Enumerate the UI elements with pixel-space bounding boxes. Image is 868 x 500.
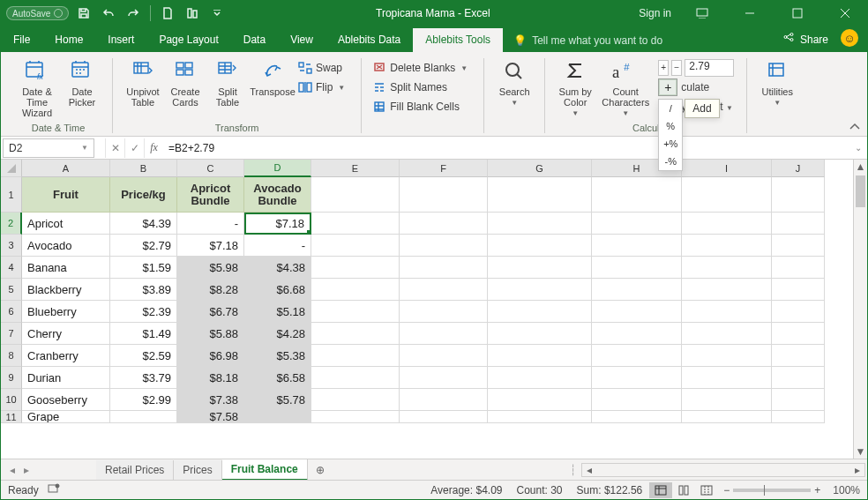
view-normal-icon[interactable] bbox=[649, 482, 672, 498]
hdr-apricot[interactable]: Apricot Bundle bbox=[177, 177, 244, 213]
cell[interactable] bbox=[592, 411, 682, 423]
cell[interactable]: $2.39 bbox=[110, 301, 177, 323]
cell[interactable]: Avocado bbox=[22, 235, 110, 257]
colhead-F[interactable]: F bbox=[400, 160, 488, 177]
op-percent[interactable]: % bbox=[659, 117, 682, 135]
scroll-left-icon[interactable]: ◂ bbox=[582, 464, 596, 476]
cell[interactable]: $7.18 bbox=[177, 235, 244, 257]
cell[interactable] bbox=[488, 257, 592, 279]
rownum-1[interactable]: 1 bbox=[1, 177, 22, 213]
cell[interactable]: $7.58 bbox=[177, 411, 244, 423]
cell[interactable] bbox=[682, 367, 772, 389]
cell[interactable]: $5.98 bbox=[177, 257, 244, 279]
op-divide[interactable]: / bbox=[659, 100, 682, 117]
colhead-I[interactable]: I bbox=[682, 160, 772, 177]
cell[interactable] bbox=[488, 213, 592, 235]
rownum-10[interactable]: 10 bbox=[1, 389, 22, 411]
select-all-corner[interactable] bbox=[1, 160, 22, 177]
cell[interactable]: Grape bbox=[22, 411, 110, 423]
rownum-4[interactable]: 4 bbox=[1, 257, 22, 279]
touch-mode-icon[interactable] bbox=[183, 3, 202, 24]
cell[interactable]: $5.18 bbox=[244, 301, 311, 323]
cell[interactable] bbox=[311, 235, 400, 257]
colhead-C[interactable]: C bbox=[177, 160, 244, 177]
hdr-avocado[interactable]: Avocado Bundle bbox=[244, 177, 311, 213]
cell[interactable]: $5.38 bbox=[244, 345, 311, 367]
view-page-layout-icon[interactable] bbox=[672, 482, 695, 498]
fill-blank-button[interactable]: Fill Blank Cells bbox=[370, 97, 469, 116]
swap-button[interactable]: Swap bbox=[296, 58, 347, 78]
save-icon[interactable] bbox=[74, 3, 94, 24]
cell[interactable]: - bbox=[177, 213, 244, 235]
cell[interactable] bbox=[311, 367, 400, 389]
cell[interactable]: Apricot bbox=[22, 213, 110, 235]
split-table-button[interactable]: Split Table bbox=[206, 56, 249, 108]
cell[interactable] bbox=[488, 367, 592, 389]
cell[interactable] bbox=[311, 301, 400, 323]
cell[interactable] bbox=[772, 301, 825, 323]
cell[interactable]: $2.79 bbox=[110, 235, 177, 257]
cell[interactable]: $8.28 bbox=[177, 279, 244, 301]
sheet-tab-0[interactable]: Retail Prices bbox=[96, 460, 174, 480]
cell[interactable] bbox=[772, 257, 825, 279]
cell[interactable]: $2.59 bbox=[110, 345, 177, 367]
cell[interactable] bbox=[400, 345, 488, 367]
add-button[interactable]: + bbox=[658, 78, 677, 96]
cell[interactable]: $5.88 bbox=[177, 323, 244, 345]
enter-formula-icon[interactable]: ✓ bbox=[124, 138, 144, 158]
op-plus-button[interactable]: + bbox=[658, 60, 669, 76]
collapse-ribbon-icon[interactable] bbox=[846, 120, 864, 134]
cell[interactable] bbox=[682, 235, 772, 257]
cell[interactable] bbox=[682, 323, 772, 345]
sheet-first-icon[interactable]: ◂ bbox=[6, 464, 19, 476]
redo-icon[interactable] bbox=[123, 3, 143, 24]
cell[interactable] bbox=[682, 257, 772, 279]
cell[interactable]: $1.59 bbox=[110, 257, 177, 279]
cell[interactable] bbox=[772, 213, 825, 235]
hdr-fruit[interactable]: Fruit bbox=[22, 177, 110, 213]
colhead-G[interactable]: G bbox=[488, 160, 592, 177]
cell[interactable] bbox=[400, 367, 488, 389]
cell[interactable] bbox=[772, 389, 825, 411]
utilities-button[interactable]: Utilities ▼ bbox=[756, 56, 798, 107]
tell-me[interactable]: 💡 Tell me what you want to do bbox=[503, 34, 673, 52]
cell[interactable] bbox=[682, 389, 772, 411]
signin-link[interactable]: Sign in bbox=[639, 7, 671, 19]
maximize-button[interactable] bbox=[781, 1, 814, 26]
cell[interactable] bbox=[592, 257, 682, 279]
colhead-B[interactable]: B bbox=[110, 160, 177, 177]
scroll-down-icon[interactable]: ▼ bbox=[854, 444, 867, 459]
cell[interactable] bbox=[488, 301, 592, 323]
cell[interactable]: $6.78 bbox=[177, 301, 244, 323]
share-button[interactable]: Share bbox=[774, 32, 837, 52]
zoom-control[interactable]: − + 100% bbox=[723, 484, 860, 496]
flip-button[interactable]: Flip▼ bbox=[296, 78, 347, 97]
tab-data[interactable]: Data bbox=[231, 28, 278, 52]
cell[interactable]: $6.58 bbox=[244, 367, 311, 389]
vertical-scrollbar[interactable]: ▲ ▼ bbox=[853, 160, 867, 459]
date-time-wizard-button[interactable]: fx Date & Time Wizard bbox=[13, 56, 61, 118]
rownum-2[interactable]: 2 bbox=[1, 213, 22, 235]
cell[interactable]: $7.38 bbox=[177, 389, 244, 411]
cell[interactable] bbox=[772, 279, 825, 301]
sheet-prev-icon[interactable]: ▸ bbox=[20, 464, 33, 476]
expand-formula-bar-icon[interactable]: ⌄ bbox=[849, 143, 867, 153]
cell[interactable] bbox=[400, 323, 488, 345]
cell[interactable]: $3.79 bbox=[110, 367, 177, 389]
hdr-price[interactable]: Price/kg bbox=[110, 177, 177, 213]
cell[interactable] bbox=[592, 279, 682, 301]
cell[interactable] bbox=[682, 411, 772, 423]
cell[interactable]: Blackberry bbox=[22, 279, 110, 301]
cell[interactable] bbox=[592, 389, 682, 411]
transpose-button[interactable]: Transpose bbox=[249, 56, 296, 97]
cell[interactable] bbox=[682, 345, 772, 367]
cell[interactable] bbox=[244, 411, 311, 423]
cell[interactable] bbox=[772, 235, 825, 257]
delete-blanks-button[interactable]: Delete Blanks▼ bbox=[370, 58, 469, 78]
tab-ablebits-data[interactable]: Ablebits Data bbox=[326, 28, 413, 52]
scroll-right-icon[interactable]: ▸ bbox=[850, 464, 864, 476]
cell[interactable] bbox=[592, 213, 682, 235]
horizontal-scrollbar[interactable]: ◂ ▸ bbox=[581, 463, 865, 477]
cell[interactable]: $6.68 bbox=[244, 279, 311, 301]
cell[interactable] bbox=[682, 213, 772, 235]
